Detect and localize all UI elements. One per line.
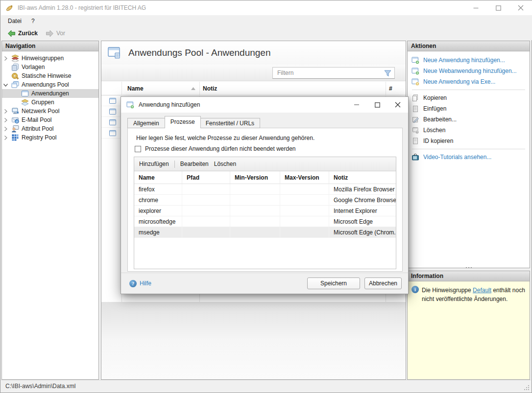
action-label: Löschen <box>423 127 445 134</box>
process-row-iexplorer[interactable]: iexplorer Internet Explorer <box>134 206 396 216</box>
col-pfad[interactable]: Pfad <box>182 171 230 184</box>
maximize-button[interactable] <box>487 0 509 15</box>
applications-icon <box>21 90 29 97</box>
action-delete[interactable]: Löschen <box>408 125 530 136</box>
application-pool-icon <box>11 81 19 89</box>
page-title: Anwendungs Pool - Anwendungen <box>128 47 271 58</box>
sidebar-item-attribut-pool[interactable]: Attribut Pool <box>2 124 98 133</box>
video-tutorials-icon <box>411 153 419 161</box>
cell-pfad <box>182 227 230 237</box>
application-window-icon <box>109 129 117 137</box>
delete-icon <box>411 126 419 134</box>
panel-splitter-handle[interactable] <box>407 264 530 271</box>
column-header-name[interactable]: Name <box>127 85 144 92</box>
tab-prozesse[interactable]: Prozesse <box>165 116 201 128</box>
information-body: i Die Hinweisgruppe Default enthält noch… <box>408 281 530 379</box>
registry-pool-icon <box>11 134 19 141</box>
action-new-application-via-exe[interactable]: Neue Anwendung via Exe... <box>408 76 530 87</box>
action-label: Neue Webanwendung hinzufügen... <box>423 68 517 74</box>
menu-help[interactable]: ? <box>26 15 40 26</box>
hinweisgruppe-default-link[interactable]: Default <box>473 287 491 294</box>
sidebar-item-anwendungs-pool[interactable]: Anwendungs Pool <box>2 80 98 89</box>
add-application-dialog: Anwendung hinzufügen Allgemein Prozesse … <box>121 96 409 294</box>
cell-pfad <box>182 206 230 216</box>
save-button[interactable]: Speichern <box>307 277 360 289</box>
cell-min <box>230 206 280 216</box>
back-button[interactable]: Zurück <box>4 27 41 39</box>
process-row-msedge[interactable]: msedge Microsoft Edge (Chrom... <box>134 227 396 238</box>
chevron-right-icon[interactable] <box>2 136 9 140</box>
dialog-minimize-button[interactable] <box>346 97 367 113</box>
information-message: Die Hinweisgruppe Default enthält noch n… <box>422 286 526 379</box>
sidebar-item-gruppen[interactable]: Gruppen <box>2 98 98 107</box>
chevron-right-icon[interactable] <box>2 56 9 61</box>
process-row-chrome[interactable]: chrome Google Chrome Browser <box>134 195 396 206</box>
action-label: Neue Anwendung via Exe... <box>423 78 495 85</box>
forward-arrow-icon <box>46 30 54 37</box>
edit-icon <box>411 116 419 123</box>
chevron-right-icon[interactable] <box>2 109 9 114</box>
sidebar-item-statische-hinweise[interactable]: Statische Hinweise <box>2 71 98 80</box>
process-row-microsoftedge[interactable]: microsoftedge Microsoft Edge <box>134 216 396 227</box>
sidebar-item-registry-pool[interactable]: Registry Pool <box>2 133 98 142</box>
action-label: Neue Anwendung hinzufügen... <box>423 57 505 64</box>
action-paste[interactable]: Einfügen <box>408 103 530 114</box>
sidebar-item-anwendungen[interactable]: Anwendungen <box>2 89 98 98</box>
dialog-close-button[interactable] <box>387 97 408 113</box>
col-max-version[interactable]: Max-Version <box>280 171 329 184</box>
col-name[interactable]: Name <box>134 171 182 184</box>
minimize-button[interactable] <box>464 0 487 15</box>
col-notiz[interactable]: Notiz <box>329 171 396 184</box>
column-header-notiz[interactable]: Notiz <box>203 85 217 92</box>
sidebar-item-label: Gruppen <box>31 99 54 106</box>
cell-max <box>280 195 329 205</box>
close-button[interactable] <box>509 0 532 15</box>
action-copy[interactable]: Kopieren <box>408 92 530 103</box>
chevron-down-icon[interactable] <box>2 83 9 87</box>
no-terminate-checkbox[interactable] <box>135 146 141 152</box>
action-edit[interactable]: Bearbeiten... <box>408 114 530 125</box>
chevron-right-icon[interactable] <box>2 118 9 122</box>
dialog-maximize-button[interactable] <box>367 97 387 113</box>
sidebar-item-hinweisgruppen[interactable]: Hinweisgruppen <box>2 54 98 63</box>
cell-name: firefox <box>134 184 182 194</box>
cell-min <box>230 195 280 205</box>
col-min-version[interactable]: Min-Version <box>230 171 280 184</box>
data-file-path: C:\IBI-aws\Admin\Data.xml <box>5 383 75 390</box>
tab-allgemein[interactable]: Allgemein <box>127 118 165 128</box>
action-label: Einfügen <box>423 105 446 112</box>
edit-process-button[interactable]: Bearbeiten <box>180 161 209 167</box>
filter-strip <box>101 65 406 81</box>
nav-toolbar: Zurück Vor <box>1 26 532 40</box>
cell-pfad <box>182 184 230 194</box>
application-window-icon <box>109 97 117 105</box>
action-label: ID kopieren <box>423 138 453 144</box>
action-label: Bearbeiten... <box>423 116 457 123</box>
add-process-button[interactable]: Hinzufügen <box>139 161 169 167</box>
cell-pfad <box>182 216 230 227</box>
tab-fenstertitel-urls[interactable]: Fenstertitel / URLs <box>200 118 260 128</box>
action-label: Kopieren <box>423 94 447 101</box>
cancel-button[interactable]: Abbrechen <box>364 277 402 289</box>
action-new-webapplication[interactable]: Neue Webanwendung hinzufügen... <box>408 66 530 76</box>
sidebar-item-vorlagen[interactable]: Vorlagen <box>2 63 98 71</box>
menu-file[interactable]: Datei <box>1 15 26 26</box>
resize-grip[interactable] <box>523 384 530 391</box>
action-video-tutorials[interactable]: Video-Tutorials ansehen... <box>408 152 530 162</box>
action-copy-id[interactable]: ID kopieren <box>408 136 530 146</box>
chevron-right-icon[interactable] <box>2 127 9 131</box>
process-row-firefox[interactable]: firefox Mozilla Firefox Browser <box>134 184 396 195</box>
filter-input[interactable] <box>273 68 394 78</box>
action-new-application[interactable]: Neue Anwendung hinzufügen... <box>408 55 530 66</box>
column-header-count[interactable]: # <box>389 85 392 92</box>
filter-funnel-icon[interactable] <box>384 70 391 77</box>
status-bar: C:\IBI-aws\Admin\Data.xml <box>1 380 531 392</box>
help-link[interactable]: ? Hilfe <box>129 280 151 287</box>
new-webapplication-icon <box>411 67 419 75</box>
main-header: Anwendungs Pool - Anwendungen <box>101 41 406 65</box>
forward-button[interactable]: Vor <box>42 27 69 39</box>
sidebar-item-netzwerk-pool[interactable]: Netzwerk Pool <box>2 107 98 116</box>
delete-process-button[interactable]: Löschen <box>214 161 236 167</box>
svg-text:@: @ <box>16 120 19 123</box>
sidebar-item-email-pool[interactable]: @ E-Mail Pool <box>2 116 98 124</box>
